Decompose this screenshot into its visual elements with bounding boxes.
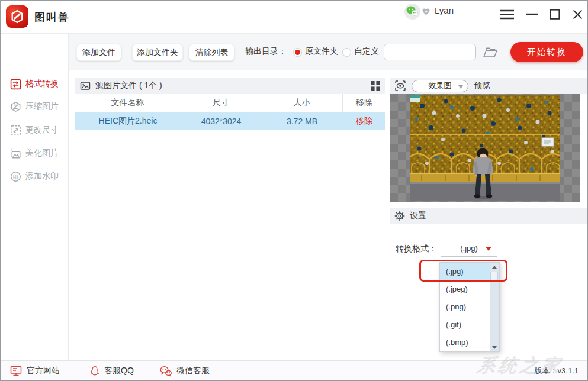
cell-dimensions: 4032*3024 [181,112,261,130]
compress-image-icon [10,101,21,112]
sidebar-item-format-convert[interactable]: 格式转换 [10,78,59,91]
sidebar-item-label: 压缩图片 [25,101,59,112]
wechat-support-link[interactable]: 微信客服 [159,361,210,381]
clear-list-button[interactable]: 清除列表 [189,44,234,61]
add-file-button[interactable]: 添加文件 [76,44,121,61]
preview-eye-icon [394,80,406,92]
start-convert-button[interactable]: 开始转换 [510,42,583,62]
source-files-panel: 源图片文件 ( 1个 ) 文件名称 尺寸 大小 移除 HEIC图片2.heic … [75,78,385,130]
dropdown-scrollbar[interactable] [490,263,499,351]
remove-link[interactable]: 移除 [343,112,385,130]
preview-header: 效果图 预览 [390,78,588,94]
version-label: 版本：v3.1.1 [535,366,579,376]
svg-text:印: 印 [13,174,18,180]
column-header-dimensions: 尺寸 [181,94,261,112]
footer-bar: 官方网站 客服QQ 微信客服 版本：v3.1.1 [1,360,588,380]
title-bar: 图叫兽 Lyan [1,1,588,34]
output-dir-label: 输出目录： [245,46,287,57]
source-files-title: 源图片文件 ( 1个 ) [95,80,162,91]
sidebar-item-resize[interactable]: 更改尺寸 [10,124,59,137]
resize-icon [10,125,21,136]
preview-mode-dropdown[interactable]: 效果图 [412,80,468,92]
preview-mode-value: 效果图 [429,80,452,91]
close-icon[interactable] [570,7,585,21]
wechat-support-label: 微信客服 [176,366,210,376]
column-header-filename: 文件名称 [75,94,181,112]
radio-original-folder-label[interactable]: 原文件夹 [305,46,338,57]
qq-icon [89,365,100,377]
source-files-header: 源图片文件 ( 1个 ) [75,78,385,94]
official-website-link[interactable]: 官方网站 [9,361,60,381]
format-convert-icon [10,79,21,90]
convert-format-label: 转换格式： [396,244,437,254]
format-select[interactable]: (.jpg) [441,240,497,257]
monitor-icon [9,365,23,377]
app-window: 图叫兽 Lyan [0,0,588,381]
column-header-remove: 移除 [343,94,385,112]
sidebar-item-watermark[interactable]: 印 添加水印 [10,170,59,183]
sidebar-item-label: 添加水印 [25,171,59,182]
wechat-icon [159,366,172,377]
chevron-down-icon [458,85,463,89]
output-path-input[interactable] [384,44,476,60]
browse-folder-icon[interactable] [482,46,499,59]
settings-header: 设置 [390,208,588,224]
minimize-icon[interactable] [524,7,539,21]
grid-view-icon[interactable] [371,81,380,91]
radio-original-folder[interactable] [293,48,302,57]
table-row[interactable]: HEIC图片2.heic 4032*3024 3.72 MB 移除 [75,112,385,130]
preview-photo [410,95,560,201]
radio-custom[interactable] [342,48,351,57]
preview-label: 预览 [474,80,490,91]
format-dropdown-list: (.jpg) (.jpeg) (.png) (.gif) (.bmp) [439,262,500,352]
cell-size: 3.72 MB [261,112,343,130]
official-website-label: 官方网站 [27,366,60,376]
sidebar-item-label: 更改尺寸 [25,125,59,135]
avatar[interactable] [404,4,420,20]
settings-label: 设置 [410,211,426,221]
sidebar-item-beautify[interactable]: 美化图片 [10,147,59,160]
vip-badge-icon [422,8,430,16]
app-logo-icon [6,5,28,28]
beautify-image-icon [10,148,21,159]
format-select-value: (.jpg) [460,244,478,253]
cell-filename: HEIC图片2.heic [75,112,181,130]
dropdown-arrow-icon [486,247,491,251]
image-file-icon [80,80,91,91]
column-header-size: 大小 [261,94,343,112]
sidebar-item-label: 格式转换 [25,79,59,89]
qq-support-link[interactable]: 客服QQ [89,361,134,381]
scroll-down-icon[interactable] [490,343,499,351]
radio-custom-label[interactable]: 自定义 [354,46,379,57]
sidebar-item-compress[interactable]: 压缩图片 [10,100,59,113]
qq-support-label: 客服QQ [104,366,134,376]
scroll-up-icon[interactable] [490,263,499,271]
add-watermark-icon: 印 [10,171,21,182]
preview-canvas [390,94,580,202]
maximize-icon[interactable] [547,7,563,21]
sidebar: 格式转换 压缩图片 更改尺寸 美化图片 印 添加水印 [1,34,69,361]
add-folder-button[interactable]: 添加文件夹 [132,44,183,61]
sidebar-item-label: 美化图片 [25,148,59,159]
username[interactable]: Lyan [435,5,454,15]
gear-icon [394,211,405,221]
scrollbar-thumb[interactable] [490,272,498,282]
toolbar: 添加文件 添加文件夹 清除列表 输出目录： 原文件夹 自定义 开始转换 [69,34,588,70]
menu-icon[interactable] [499,7,515,21]
app-title: 图叫兽 [34,10,70,24]
table-header-row: 文件名称 尺寸 大小 移除 [75,94,385,112]
